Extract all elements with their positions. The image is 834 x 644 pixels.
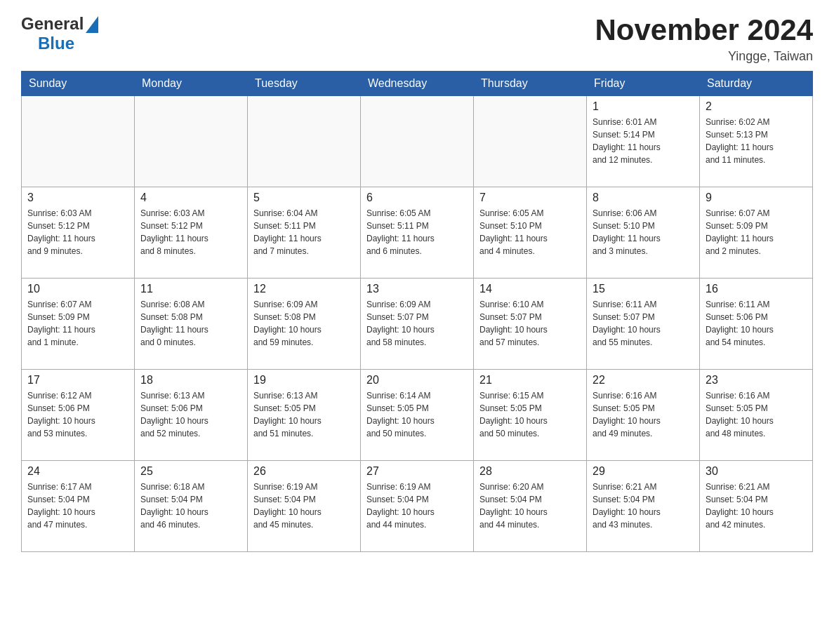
logo: General Blue	[21, 14, 98, 53]
day-info: Sunrise: 6:10 AM Sunset: 5:07 PM Dayligh…	[479, 298, 581, 349]
calendar-cell: 3Sunrise: 6:03 AM Sunset: 5:12 PM Daylig…	[22, 187, 135, 279]
calendar-cell	[135, 96, 248, 187]
header-friday: Friday	[587, 72, 700, 96]
day-info: Sunrise: 6:08 AM Sunset: 5:08 PM Dayligh…	[140, 298, 241, 349]
header-tuesday: Tuesday	[248, 72, 361, 96]
calendar-cell: 22Sunrise: 6:16 AM Sunset: 5:05 PM Dayli…	[587, 370, 700, 461]
logo-blue-text: Blue	[38, 34, 74, 53]
day-number: 14	[479, 283, 581, 295]
header-sunday: Sunday	[22, 72, 135, 96]
day-info: Sunrise: 6:14 AM Sunset: 5:05 PM Dayligh…	[366, 389, 468, 440]
day-number: 12	[253, 283, 355, 295]
calendar-cell	[22, 96, 135, 187]
title-section: November 2024 Yingge, Taiwan	[595, 14, 813, 64]
day-number: 6	[366, 192, 468, 204]
day-number: 27	[366, 465, 468, 478]
day-number: 26	[253, 465, 355, 478]
calendar-body: 1Sunrise: 6:01 AM Sunset: 5:14 PM Daylig…	[22, 96, 813, 552]
day-info: Sunrise: 6:01 AM Sunset: 5:14 PM Dayligh…	[593, 116, 694, 166]
day-number: 23	[706, 374, 807, 387]
calendar-cell: 9Sunrise: 6:07 AM Sunset: 5:09 PM Daylig…	[700, 187, 813, 279]
day-number: 18	[140, 374, 241, 387]
header-thursday: Thursday	[474, 72, 587, 96]
day-info: Sunrise: 6:07 AM Sunset: 5:09 PM Dayligh…	[27, 298, 128, 349]
day-number: 8	[593, 192, 694, 204]
day-info: Sunrise: 6:12 AM Sunset: 5:06 PM Dayligh…	[27, 389, 128, 440]
calendar-cell: 5Sunrise: 6:04 AM Sunset: 5:11 PM Daylig…	[248, 187, 361, 279]
calendar-cell: 13Sunrise: 6:09 AM Sunset: 5:07 PM Dayli…	[361, 279, 474, 370]
day-info: Sunrise: 6:13 AM Sunset: 5:06 PM Dayligh…	[140, 389, 241, 440]
day-number: 13	[366, 283, 468, 295]
day-number: 9	[706, 192, 807, 204]
header-wednesday: Wednesday	[361, 72, 474, 96]
calendar-header: SundayMondayTuesdayWednesdayThursdayFrid…	[22, 72, 813, 96]
calendar-cell: 28Sunrise: 6:20 AM Sunset: 5:04 PM Dayli…	[474, 461, 587, 552]
day-number: 1	[593, 100, 694, 113]
day-number: 22	[593, 374, 694, 387]
day-number: 4	[140, 192, 241, 204]
day-number: 16	[706, 283, 807, 295]
calendar-cell: 23Sunrise: 6:16 AM Sunset: 5:05 PM Dayli…	[700, 370, 813, 461]
day-info: Sunrise: 6:03 AM Sunset: 5:12 PM Dayligh…	[27, 207, 128, 257]
calendar-cell: 6Sunrise: 6:05 AM Sunset: 5:11 PM Daylig…	[361, 187, 474, 279]
day-info: Sunrise: 6:16 AM Sunset: 5:05 PM Dayligh…	[706, 389, 807, 440]
calendar-subtitle: Yingge, Taiwan	[595, 49, 813, 64]
calendar-cell: 16Sunrise: 6:11 AM Sunset: 5:06 PM Dayli…	[700, 279, 813, 370]
day-info: Sunrise: 6:11 AM Sunset: 5:06 PM Dayligh…	[706, 298, 807, 349]
day-info: Sunrise: 6:02 AM Sunset: 5:13 PM Dayligh…	[706, 116, 807, 166]
week-row-2: 3Sunrise: 6:03 AM Sunset: 5:12 PM Daylig…	[22, 187, 813, 279]
calendar-table: SundayMondayTuesdayWednesdayThursdayFrid…	[21, 71, 813, 552]
day-info: Sunrise: 6:03 AM Sunset: 5:12 PM Dayligh…	[140, 207, 241, 257]
day-info: Sunrise: 6:09 AM Sunset: 5:07 PM Dayligh…	[366, 298, 468, 349]
calendar-cell	[474, 96, 587, 187]
day-info: Sunrise: 6:20 AM Sunset: 5:04 PM Dayligh…	[479, 481, 581, 531]
day-number: 7	[479, 192, 581, 204]
day-number: 19	[253, 374, 355, 387]
day-info: Sunrise: 6:07 AM Sunset: 5:09 PM Dayligh…	[706, 207, 807, 257]
calendar-cell	[361, 96, 474, 187]
svg-marker-0	[86, 16, 98, 33]
calendar-cell: 15Sunrise: 6:11 AM Sunset: 5:07 PM Dayli…	[587, 279, 700, 370]
calendar-cell: 29Sunrise: 6:21 AM Sunset: 5:04 PM Dayli…	[587, 461, 700, 552]
calendar-cell: 8Sunrise: 6:06 AM Sunset: 5:10 PM Daylig…	[587, 187, 700, 279]
calendar-cell: 4Sunrise: 6:03 AM Sunset: 5:12 PM Daylig…	[135, 187, 248, 279]
calendar-cell: 10Sunrise: 6:07 AM Sunset: 5:09 PM Dayli…	[22, 279, 135, 370]
calendar-cell	[248, 96, 361, 187]
day-info: Sunrise: 6:04 AM Sunset: 5:11 PM Dayligh…	[253, 207, 355, 257]
calendar-cell: 17Sunrise: 6:12 AM Sunset: 5:06 PM Dayli…	[22, 370, 135, 461]
calendar-cell: 19Sunrise: 6:13 AM Sunset: 5:05 PM Dayli…	[248, 370, 361, 461]
day-info: Sunrise: 6:05 AM Sunset: 5:10 PM Dayligh…	[479, 207, 581, 257]
calendar-cell: 18Sunrise: 6:13 AM Sunset: 5:06 PM Dayli…	[135, 370, 248, 461]
day-info: Sunrise: 6:15 AM Sunset: 5:05 PM Dayligh…	[479, 389, 581, 440]
header-row: SundayMondayTuesdayWednesdayThursdayFrid…	[22, 72, 813, 96]
day-number: 17	[27, 374, 128, 387]
calendar-cell: 30Sunrise: 6:21 AM Sunset: 5:04 PM Dayli…	[700, 461, 813, 552]
day-info: Sunrise: 6:21 AM Sunset: 5:04 PM Dayligh…	[593, 481, 694, 531]
day-info: Sunrise: 6:17 AM Sunset: 5:04 PM Dayligh…	[27, 481, 128, 531]
day-number: 28	[479, 465, 581, 478]
day-number: 20	[366, 374, 468, 387]
calendar-cell: 21Sunrise: 6:15 AM Sunset: 5:05 PM Dayli…	[474, 370, 587, 461]
day-number: 3	[27, 192, 128, 204]
day-info: Sunrise: 6:13 AM Sunset: 5:05 PM Dayligh…	[253, 389, 355, 440]
day-info: Sunrise: 6:06 AM Sunset: 5:10 PM Dayligh…	[593, 207, 694, 257]
calendar-cell: 25Sunrise: 6:18 AM Sunset: 5:04 PM Dayli…	[135, 461, 248, 552]
day-info: Sunrise: 6:19 AM Sunset: 5:04 PM Dayligh…	[366, 481, 468, 531]
day-info: Sunrise: 6:16 AM Sunset: 5:05 PM Dayligh…	[593, 389, 694, 440]
day-info: Sunrise: 6:18 AM Sunset: 5:04 PM Dayligh…	[140, 481, 241, 531]
day-info: Sunrise: 6:09 AM Sunset: 5:08 PM Dayligh…	[253, 298, 355, 349]
calendar-cell: 7Sunrise: 6:05 AM Sunset: 5:10 PM Daylig…	[474, 187, 587, 279]
day-info: Sunrise: 6:05 AM Sunset: 5:11 PM Dayligh…	[366, 207, 468, 257]
calendar-cell: 1Sunrise: 6:01 AM Sunset: 5:14 PM Daylig…	[587, 96, 700, 187]
calendar-cell: 26Sunrise: 6:19 AM Sunset: 5:04 PM Dayli…	[248, 461, 361, 552]
day-info: Sunrise: 6:21 AM Sunset: 5:04 PM Dayligh…	[706, 481, 807, 531]
calendar-cell: 24Sunrise: 6:17 AM Sunset: 5:04 PM Dayli…	[22, 461, 135, 552]
day-number: 5	[253, 192, 355, 204]
day-number: 11	[140, 283, 241, 295]
day-number: 21	[479, 374, 581, 387]
day-info: Sunrise: 6:11 AM Sunset: 5:07 PM Dayligh…	[593, 298, 694, 349]
calendar-cell: 11Sunrise: 6:08 AM Sunset: 5:08 PM Dayli…	[135, 279, 248, 370]
week-row-3: 10Sunrise: 6:07 AM Sunset: 5:09 PM Dayli…	[22, 279, 813, 370]
day-number: 24	[27, 465, 128, 478]
header-saturday: Saturday	[700, 72, 813, 96]
